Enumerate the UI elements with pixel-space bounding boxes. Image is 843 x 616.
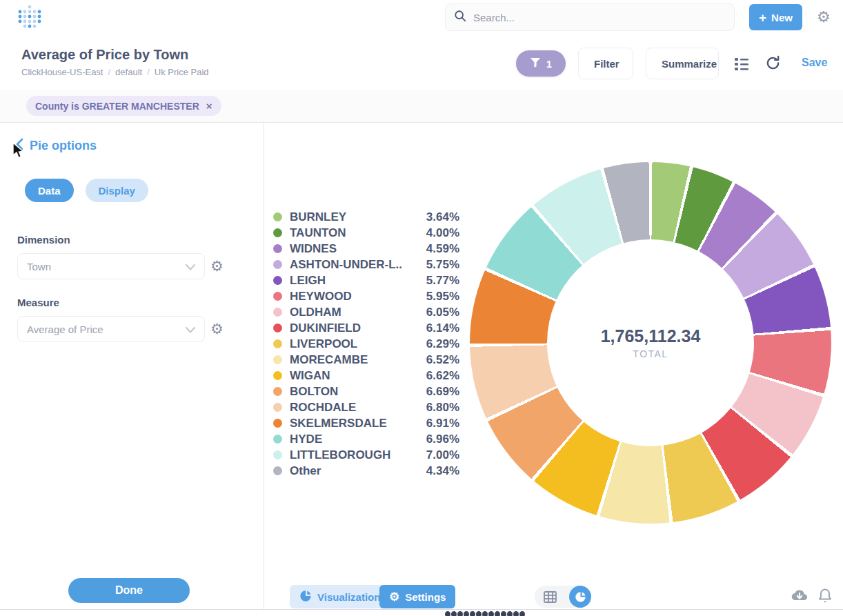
bottom-divider xyxy=(0,609,843,610)
legend-name: LIVERPOOL xyxy=(290,337,419,351)
metabase-question-page: + New ⚙ Average of Price by Town ClickHo… xyxy=(0,0,843,616)
breadcrumb-table[interactable]: Uk Price Paid xyxy=(155,67,209,77)
legend-dot-icon xyxy=(273,371,282,380)
legend-percent: 6.14% xyxy=(426,321,459,335)
pie-chart-icon xyxy=(299,590,312,604)
table-view-toggle[interactable] xyxy=(535,591,565,603)
legend-item[interactable]: OLDHAM6.05% xyxy=(273,304,459,320)
legend-item[interactable]: ASHTON-UNDER-L..5.75% xyxy=(273,257,459,272)
chevron-down-icon xyxy=(186,324,195,335)
save-button[interactable]: Save xyxy=(802,57,827,69)
legend-dot-icon xyxy=(273,260,282,269)
legend-item[interactable]: LEIGH5.77% xyxy=(273,272,459,288)
legend-dot-icon xyxy=(273,419,282,428)
legend-item[interactable]: LIVERPOOL6.29% xyxy=(273,336,459,352)
legend-item[interactable]: SKELMERSDALE6.91% xyxy=(273,415,459,431)
legend-name: Other xyxy=(290,464,419,478)
legend-name: BURNLEY xyxy=(290,210,419,224)
legend-item[interactable]: BOLTON6.69% xyxy=(273,384,459,399)
legend-percent: 4.59% xyxy=(426,242,459,256)
chart-view-toggle[interactable] xyxy=(569,586,591,608)
visualization-button-label: Visualization xyxy=(317,591,380,603)
tab-data[interactable]: Data xyxy=(25,179,74,202)
notebook-editor-icon[interactable] xyxy=(734,57,749,72)
download-icon[interactable] xyxy=(791,588,809,605)
legend-name: ASHTON-UNDER-L.. xyxy=(290,258,419,272)
remove-filter-icon[interactable]: × xyxy=(206,100,212,112)
legend-percent: 6.05% xyxy=(426,306,459,319)
legend-percent: 6.69% xyxy=(426,385,459,399)
filter-count-label: 1 xyxy=(546,58,552,70)
visualization-button[interactable]: Visualization xyxy=(290,585,390,608)
plus-icon: + xyxy=(759,11,766,24)
search-bar[interactable] xyxy=(445,3,735,31)
new-button[interactable]: + New xyxy=(749,4,802,30)
legend-dot-icon xyxy=(273,276,282,285)
pie-chart[interactable]: 1,765,112.34 TOTAL xyxy=(470,162,831,524)
sidebar-title: Pie options xyxy=(30,139,97,153)
legend-percent: 6.29% xyxy=(426,337,459,351)
legend-item[interactable]: HEYWOOD5.95% xyxy=(273,288,459,304)
legend-percent: 7.00% xyxy=(426,448,459,462)
mouse-cursor xyxy=(12,142,26,161)
measure-select[interactable]: Average of Price xyxy=(17,316,205,342)
legend-item[interactable]: MORECAMBE6.52% xyxy=(273,352,459,368)
legend-item[interactable]: Other4.34% xyxy=(273,463,459,479)
legend-item[interactable]: HYDE6.96% xyxy=(273,431,459,447)
chart-legend: BURNLEY3.64%TAUNTON4.00%WIDNES4.59%ASHTO… xyxy=(273,209,459,479)
legend-item[interactable]: WIGAN6.62% xyxy=(273,368,459,384)
new-button-label: New xyxy=(771,12,793,23)
legend-percent: 5.75% xyxy=(426,258,459,272)
legend-item[interactable]: DUKINFIELD6.14% xyxy=(273,320,459,336)
legend-dot-icon xyxy=(273,339,282,348)
legend-name: OLDHAM xyxy=(290,306,419,319)
legend-dot-icon xyxy=(273,212,282,221)
search-input[interactable] xyxy=(473,12,726,23)
legend-name: TAUNTON xyxy=(290,226,419,240)
done-button[interactable]: Done xyxy=(68,578,190,603)
legend-dot-icon xyxy=(273,308,282,317)
legend-item[interactable]: BURNLEY3.64% xyxy=(273,209,459,225)
legend-name: DUKINFIELD xyxy=(290,321,419,335)
measure-value: Average of Price xyxy=(27,324,103,335)
summarize-button[interactable]: Summarize xyxy=(646,48,719,79)
legend-item[interactable]: LITTLEBOROUGH7.00% xyxy=(273,447,459,463)
legend-dot-icon xyxy=(273,228,282,237)
total-value: 1,765,112.34 xyxy=(601,326,701,346)
breadcrumb-database[interactable]: ClickHouse-US-East xyxy=(21,67,103,77)
legend-item[interactable]: TAUNTON4.00% xyxy=(273,225,459,241)
pie-chart-center: 1,765,112.34 TOTAL xyxy=(547,239,754,446)
legend-name: HYDE xyxy=(290,433,419,446)
legend-percent: 6.62% xyxy=(426,369,459,383)
breadcrumb-schema[interactable]: default xyxy=(115,67,142,77)
breadcrumb: ClickHouse-US-East / default / Uk Price … xyxy=(21,67,209,77)
settings-button[interactable]: ⚙ Settings xyxy=(379,585,455,608)
legend-name: HEYWOOD xyxy=(290,290,419,304)
clipped-dots-row xyxy=(445,611,525,616)
tab-display[interactable]: Display xyxy=(86,179,148,202)
dimension-value: Town xyxy=(27,261,51,272)
legend-name: BOLTON xyxy=(290,385,419,399)
funnel-icon xyxy=(530,57,541,70)
dimension-select[interactable]: Town xyxy=(17,253,205,279)
admin-gear-icon[interactable]: ⚙ xyxy=(817,8,831,26)
legend-item[interactable]: WIDNES4.59% xyxy=(273,241,459,257)
legend-item[interactable]: ROCHDALE6.80% xyxy=(273,399,459,415)
measure-settings-gear-icon[interactable]: ⚙ xyxy=(210,321,224,337)
gear-icon: ⚙ xyxy=(389,590,399,604)
search-icon xyxy=(454,10,466,25)
dimension-settings-gear-icon[interactable]: ⚙ xyxy=(210,258,224,275)
refresh-icon[interactable] xyxy=(765,55,781,73)
legend-dot-icon xyxy=(273,403,282,412)
legend-name: ROCHDALE xyxy=(290,401,419,415)
total-label: TOTAL xyxy=(633,348,668,359)
filter-count-pill[interactable]: 1 xyxy=(516,50,566,77)
filter-button[interactable]: Filter xyxy=(578,48,633,79)
legend-name: WIGAN xyxy=(290,369,419,383)
legend-percent: 6.91% xyxy=(426,417,459,430)
metabase-logo-icon[interactable] xyxy=(17,4,43,30)
bell-icon[interactable] xyxy=(818,588,832,606)
filter-strip: County is GREATER MANCHESTER × xyxy=(0,90,843,123)
applied-filter-pill[interactable]: County is GREATER MANCHESTER × xyxy=(26,96,221,116)
legend-dot-icon xyxy=(273,387,282,396)
